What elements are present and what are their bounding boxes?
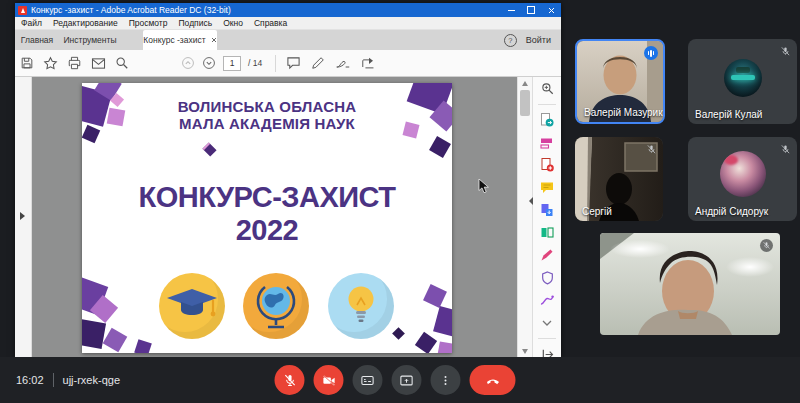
menu-window[interactable]: Окно: [223, 18, 243, 28]
close-button[interactable]: [541, 3, 561, 17]
page-number-input[interactable]: 1: [223, 56, 241, 71]
cube: [392, 327, 405, 340]
cube: [82, 319, 106, 349]
more-tools-chevron-icon[interactable]: [540, 316, 554, 330]
clock-time: 16:02: [16, 374, 44, 386]
menu-file[interactable]: Файл: [21, 18, 42, 28]
captions-button[interactable]: [353, 365, 383, 395]
participant-tile-speaking[interactable]: Валерій Мазурик: [575, 39, 665, 124]
scrollbar-thumb[interactable]: [520, 90, 530, 116]
tab-close-icon[interactable]: [211, 37, 217, 43]
globe-badge: [243, 273, 309, 339]
share-icon[interactable]: [361, 56, 377, 70]
tools-panel-rail: [532, 77, 561, 358]
participant-name: Валерій Кулай: [695, 109, 762, 120]
hangup-icon: [484, 372, 501, 389]
document-canvas[interactable]: ВОЛИНСЬКА ОБЛАСНА МАЛА АКАДЕМІЯ НАУК КОН…: [32, 77, 517, 358]
avatar: [720, 151, 766, 197]
favorites-star-icon[interactable]: [43, 56, 58, 71]
document-viewport: ВОЛИНСЬКА ОБЛАСНА МАЛА АКАДЕМІЯ НАУК КОН…: [15, 77, 561, 358]
menu-edit[interactable]: Редактирование: [53, 18, 118, 28]
collapse-rail-icon[interactable]: [529, 197, 533, 205]
meet-screen: Конкурс -захист - Adobe Acrobat Reader D…: [0, 0, 800, 403]
marquee-zoom-icon[interactable]: [540, 81, 554, 95]
create-pdf-icon[interactable]: [540, 158, 554, 172]
fill-sign-tool-icon[interactable]: [540, 248, 554, 262]
email-icon[interactable]: [91, 57, 106, 70]
adobe-reader-icon: [18, 6, 27, 15]
window-titlebar[interactable]: Конкурс -захист - Adobe Acrobat Reader D…: [15, 3, 561, 17]
tab-tools[interactable]: Инструменты: [59, 30, 121, 50]
present-button[interactable]: [392, 365, 422, 395]
hangup-button[interactable]: [470, 365, 516, 395]
camera-off-button[interactable]: [314, 365, 344, 395]
tab-document[interactable]: Конкурс -захист: [143, 30, 217, 50]
navigation-pane-strip[interactable]: [15, 77, 32, 358]
find-icon[interactable]: [115, 56, 129, 70]
mic-muted-icon: [778, 142, 792, 156]
lightbulb-badge: [328, 273, 394, 339]
meeting-code: ujj-rxek-qge: [63, 374, 120, 386]
scroll-down-icon[interactable]: [522, 349, 528, 354]
minimize-button[interactable]: [501, 3, 521, 17]
participant-tile[interactable]: Валерій Кулай: [688, 39, 797, 124]
edit-pdf-icon[interactable]: [540, 136, 554, 150]
acrobat-reader-window: Конкурс -захист - Adobe Acrobat Reader D…: [15, 3, 561, 358]
protect-icon[interactable]: [540, 271, 554, 285]
help-icon[interactable]: ?: [504, 34, 517, 47]
save-icon[interactable]: [20, 56, 34, 70]
avatar: [724, 59, 762, 97]
print-icon[interactable]: [67, 56, 82, 70]
meeting-info: 16:02 ujj-rxek-qge: [16, 357, 120, 403]
tab-bar: Главная Инструменты Конкурс -захист ? Во…: [15, 30, 561, 50]
captions-icon: [360, 373, 376, 388]
comment-icon[interactable]: [286, 56, 301, 70]
close-icon: [548, 7, 555, 14]
maximize-button[interactable]: [521, 3, 541, 17]
slide-title: КОНКУРС-ЗАХИСТ 2022: [82, 181, 452, 247]
participant-tile[interactable]: Андрій Сидорук: [688, 137, 797, 221]
cube: [436, 341, 452, 353]
menu-help[interactable]: Справка: [254, 18, 287, 28]
mouse-cursor: [478, 179, 490, 194]
vertical-scrollbar[interactable]: [517, 77, 532, 358]
menu-view[interactable]: Просмотр: [129, 18, 168, 28]
slide-organization-heading: ВОЛИНСЬКА ОБЛАСНА МАЛА АКАДЕМІЯ НАУК: [82, 99, 452, 132]
camera-off-icon: [321, 373, 336, 388]
mic-off-icon: [282, 373, 297, 388]
page-count-label: / 14: [248, 58, 262, 68]
window-title: Конкурс -захист - Adobe Acrobat Reader D…: [31, 5, 501, 15]
export-pdf-icon[interactable]: [540, 113, 554, 127]
edit-pencil-icon[interactable]: [311, 56, 325, 70]
cube: [429, 136, 451, 158]
previous-page-icon[interactable]: [181, 56, 195, 70]
tab-document-label: Конкурс -захист: [143, 35, 205, 45]
graduation-cap-icon: [159, 273, 225, 339]
more-options-button[interactable]: [431, 365, 461, 395]
graduation-cap-badge: [159, 273, 225, 339]
tab-home[interactable]: Главная: [15, 30, 59, 50]
participant-name: Сергій: [582, 206, 612, 217]
mic-muted-icon: [644, 142, 658, 156]
next-page-icon[interactable]: [202, 56, 216, 70]
combine-files-icon[interactable]: [540, 203, 554, 217]
fill-sign-icon[interactable]: [335, 56, 351, 70]
participant-tile-large[interactable]: [600, 233, 780, 335]
menu-bar: Файл Редактирование Просмотр Подпись Окн…: [15, 17, 561, 30]
participant-tile[interactable]: Сергій: [575, 137, 663, 221]
menu-sign[interactable]: Подпись: [179, 18, 213, 28]
cube: [134, 339, 152, 353]
participant-name: Андрій Сидорук: [695, 206, 768, 217]
sign-in-link[interactable]: Войти: [526, 35, 551, 45]
cube: [103, 328, 128, 353]
call-controls: [275, 365, 516, 395]
certificates-icon[interactable]: [540, 293, 554, 307]
mic-off-button[interactable]: [275, 365, 305, 395]
expand-pane-icon[interactable]: [20, 212, 25, 220]
audio-speaking-icon: [644, 46, 658, 60]
cube: [423, 284, 447, 308]
scroll-up-icon[interactable]: [522, 81, 528, 86]
participant-video: [600, 233, 780, 335]
comment-tool-icon[interactable]: [540, 181, 554, 195]
organize-pages-icon[interactable]: [540, 226, 554, 240]
